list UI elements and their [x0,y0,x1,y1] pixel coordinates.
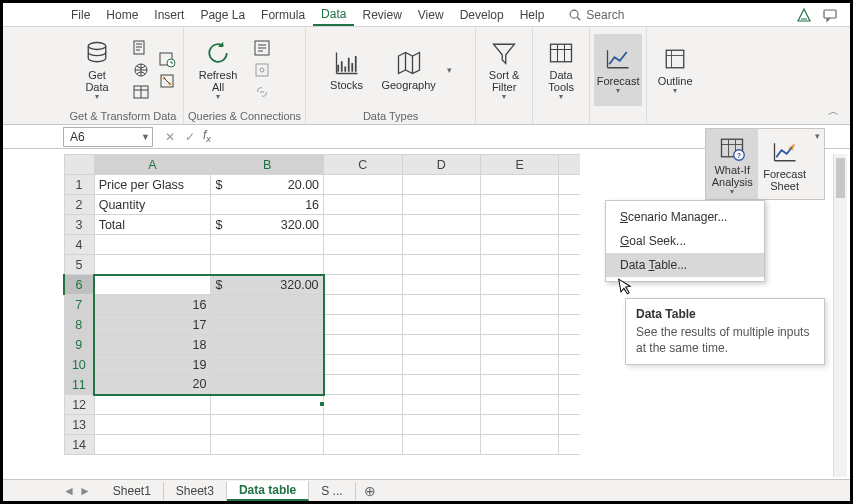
col-header-D[interactable]: D [402,155,480,175]
sort-filter-button[interactable]: Sort & Filter ▾ [480,34,528,106]
cell-B6[interactable]: 320.00 [211,275,324,295]
cell-B10[interactable] [211,355,324,375]
properties-button[interactable] [252,60,272,80]
tab-insert[interactable]: Insert [146,5,192,25]
refresh-all-button[interactable]: Refresh All ▾ [188,34,248,106]
get-data-button[interactable]: Get Data ▾ [67,34,127,106]
row-header-8[interactable]: 8 [64,315,94,335]
cell-B1[interactable]: 20.00 [211,175,324,195]
tab-file[interactable]: File [63,5,98,25]
sheet-tab-sheet1[interactable]: Sheet1 [101,482,164,500]
cell-D1[interactable] [402,175,480,195]
recent-sources-button[interactable] [157,49,177,69]
tab-nav-next-icon[interactable]: ► [79,484,91,498]
existing-connections-button[interactable] [157,71,177,91]
name-box-value: A6 [70,130,85,144]
from-table-button[interactable] [131,82,151,102]
tab-nav-prev-icon[interactable]: ◄ [63,484,75,498]
name-box-dropdown-icon[interactable]: ▼ [141,132,150,142]
row-header-3[interactable]: 3 [64,215,94,235]
cell-B7[interactable] [211,295,324,315]
row-header-7[interactable]: 7 [64,295,94,315]
tab-developer[interactable]: Develop [452,5,512,25]
sheet-tab-sheet3[interactable]: Sheet3 [164,482,227,500]
sheet-tab-more[interactable]: S ... [309,482,355,500]
scrollbar-thumb[interactable] [836,158,845,198]
name-box[interactable]: A6 ▼ [63,127,153,147]
data-tools-button[interactable]: Data Tools ▾ [537,34,585,106]
row-header-13[interactable]: 13 [64,415,94,435]
cell-A2[interactable]: Quantity [94,195,211,215]
what-if-analysis-button[interactable]: ? What-If Analysis ▾ [706,129,758,199]
svg-line-12 [164,78,170,84]
cell-A1[interactable]: Price per Glass [94,175,211,195]
tab-help[interactable]: Help [512,5,553,25]
menu-scenario-manager[interactable]: Scenario Manager... [606,205,764,229]
from-web-button[interactable] [131,60,151,80]
col-header-E[interactable]: E [481,155,559,175]
col-header-B[interactable]: B [211,155,324,175]
group-data-types: Stocks Geography ▾ Data Types [306,27,476,124]
vertical-scrollbar[interactable] [833,154,847,477]
cell-B3[interactable]: 320.00 [211,215,324,235]
row-header-12[interactable]: 12 [64,395,94,415]
enter-formula-icon[interactable]: ✓ [185,130,195,144]
cell-A9[interactable]: 18 [94,335,211,355]
group-forecast: Forecast ▾ [590,27,647,124]
row-header-14[interactable]: 14 [64,435,94,455]
tab-review[interactable]: Review [354,5,409,25]
pane-chevron-icon[interactable]: ▾ [811,129,824,199]
from-text-button[interactable] [131,38,151,58]
tab-home[interactable]: Home [98,5,146,25]
sheet-tab-data-table[interactable]: Data table [227,481,309,501]
forecast-button[interactable]: Forecast ▾ [594,34,642,106]
row-header-2[interactable]: 2 [64,195,94,215]
geography-button[interactable]: Geography [379,34,439,106]
row-header-10[interactable]: 10 [64,355,94,375]
add-sheet-button[interactable]: ⊕ [356,483,384,499]
collapse-ribbon-button[interactable]: ︿ [828,104,844,120]
row-header-4[interactable]: 4 [64,235,94,255]
tab-view[interactable]: View [410,5,452,25]
cell-A6[interactable] [94,275,211,295]
tab-page-layout[interactable]: Page La [192,5,253,25]
cell-A10[interactable]: 19 [94,355,211,375]
queries-button[interactable] [252,38,272,58]
outline-button[interactable]: Outline ▾ [651,34,699,106]
col-header-A[interactable]: A [94,155,211,175]
share-icon[interactable] [796,7,812,23]
cell-B9[interactable] [211,335,324,355]
forecast-sheet-button[interactable]: Forecast Sheet [758,129,810,199]
fill-handle[interactable] [319,401,325,407]
svg-rect-2 [824,10,836,18]
cell-A8[interactable]: 17 [94,315,211,335]
select-all-corner[interactable] [64,155,94,175]
fx-icon[interactable]: fx [203,128,211,144]
row-header-9[interactable]: 9 [64,335,94,355]
cell-E1[interactable] [481,175,559,195]
what-if-menu: Scenario Manager... Goal Seek... Data Ta… [605,200,765,282]
stocks-label: Stocks [330,79,363,91]
col-header-C[interactable]: C [324,155,402,175]
edit-links-button[interactable] [252,82,272,102]
row-header-11[interactable]: 11 [64,375,94,395]
cell-A7[interactable]: 16 [94,295,211,315]
menu-data-table[interactable]: Data Table... [606,253,764,277]
cell-B2[interactable]: 16 [211,195,324,215]
tab-data[interactable]: Data [313,4,354,26]
cell-A3[interactable]: Total [94,215,211,235]
stocks-button[interactable]: Stocks [323,34,371,106]
cell-A11[interactable]: 20 [94,375,211,395]
cell-C1[interactable] [324,175,402,195]
search-box[interactable]: Search [568,8,624,22]
row-header-5[interactable]: 5 [64,255,94,275]
cancel-formula-icon[interactable]: ✕ [165,130,175,144]
cell-B11[interactable] [211,375,324,395]
comments-icon[interactable] [822,7,838,23]
svg-rect-17 [666,50,684,68]
cell-B8[interactable] [211,315,324,335]
row-header-1[interactable]: 1 [64,175,94,195]
menu-goal-seek[interactable]: Goal Seek... [606,229,764,253]
row-header-6[interactable]: 6 [64,275,94,295]
tab-formulas[interactable]: Formula [253,5,313,25]
